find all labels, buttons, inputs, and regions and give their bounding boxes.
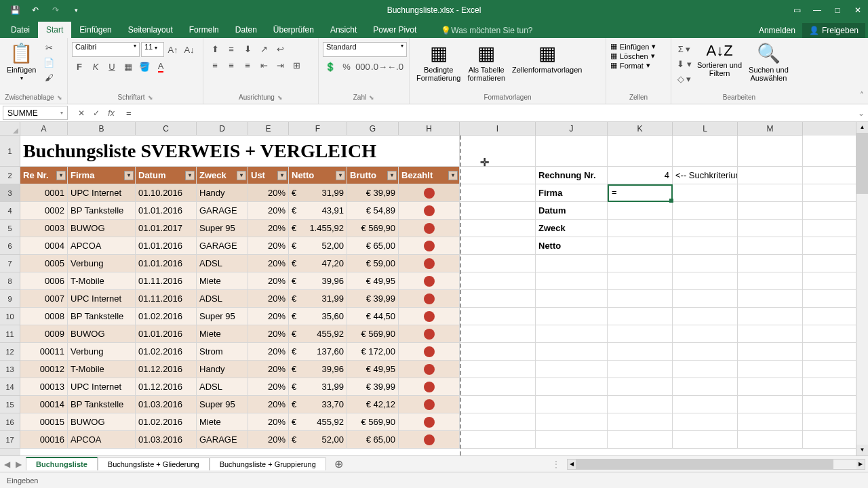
align-top-icon[interactable]: ⬆	[208, 42, 222, 56]
horizontal-scrollbar[interactable]: ◀ ▶	[567, 459, 865, 470]
insert-function-icon[interactable]: fx	[104, 106, 118, 120]
cell[interactable]	[738, 343, 803, 360]
cell-zweck[interactable]: ADSL	[197, 290, 248, 307]
undo-icon[interactable]: ↶	[26, 2, 45, 18]
cell-netto[interactable]: €31,99	[289, 290, 347, 307]
cell-ust[interactable]: 20%	[248, 202, 289, 219]
indent-increase-icon[interactable]: ⇥	[273, 58, 288, 72]
cell-bezahlt[interactable]	[399, 378, 460, 395]
cell[interactable]	[608, 396, 673, 413]
cell-bezahlt[interactable]	[399, 343, 460, 360]
font-launcher-icon[interactable]: ⬊	[148, 94, 153, 101]
cell[interactable]	[608, 202, 673, 219]
clear-icon[interactable]: ◇ ▾	[677, 72, 692, 85]
cell-zweck[interactable]: Handy	[197, 184, 248, 201]
currency-icon[interactable]: 💲	[323, 60, 338, 73]
row-headers[interactable]: 1234567891011121314151617	[0, 136, 20, 455]
cell-zweck[interactable]: GARAGE	[197, 237, 248, 254]
cell[interactable]	[738, 272, 803, 289]
cell[interactable]	[608, 378, 673, 395]
sheet-tab-1[interactable]: Buchungsliste	[26, 457, 98, 470]
row-header-14[interactable]: 14	[0, 378, 20, 396]
cell-bezahlt[interactable]	[399, 361, 460, 378]
row-header-3[interactable]: 3	[0, 184, 20, 202]
lookup-label-3[interactable]: Netto	[536, 237, 608, 254]
cell-ust[interactable]: 20%	[248, 378, 289, 395]
cell-firma[interactable]: BP Tankstelle	[68, 202, 136, 219]
sheet-tab-3[interactable]: Buchungsliste + Gruppierung	[210, 458, 326, 470]
cell[interactable]	[608, 325, 673, 342]
cell-datum[interactable]: 01.10.2016	[136, 184, 197, 201]
cell-firma[interactable]: BP Tankstelle	[68, 396, 136, 413]
font-color-icon[interactable]: A	[153, 60, 168, 73]
increase-decimal-icon[interactable]: .0→	[372, 60, 387, 73]
underline-button[interactable]: U	[104, 60, 119, 73]
scroll-left-icon[interactable]: ◀	[568, 460, 576, 469]
tab-file[interactable]: Datei	[3, 22, 38, 38]
cell[interactable]	[536, 343, 608, 360]
cell[interactable]	[673, 184, 738, 201]
cell-firma[interactable]: T-Mobile	[68, 272, 136, 289]
cell[interactable]	[608, 237, 673, 254]
find-select-button[interactable]: 🔍Suchen und Auswählen	[746, 39, 791, 85]
cell-bezahlt[interactable]	[399, 413, 460, 430]
cut-icon[interactable]: ✂	[41, 41, 56, 54]
conditional-formatting-button[interactable]: ▦Bedingte Formatierung	[414, 39, 463, 85]
cell-datum[interactable]: 01.01.2016	[136, 202, 197, 219]
align-middle-icon[interactable]: ≡	[224, 42, 239, 56]
cell[interactable]	[536, 361, 608, 378]
clipboard-launcher-icon[interactable]: ⬊	[57, 94, 62, 101]
col-header-A[interactable]: A	[20, 122, 68, 136]
col-header-G[interactable]: G	[347, 122, 399, 136]
cell[interactable]	[460, 272, 536, 289]
row-header-17[interactable]: 17	[0, 431, 20, 449]
filter-dropdown-icon[interactable]: ▾	[185, 171, 195, 180]
cell-firma[interactable]: BUWOG	[68, 220, 136, 237]
comma-icon[interactable]: 000	[355, 60, 370, 73]
cell-styles-button[interactable]: ▦Zellenformatvorlagen	[509, 39, 585, 77]
cell-datum[interactable]: 01.12.2016	[136, 378, 197, 395]
col-header-E[interactable]: E	[248, 122, 289, 136]
cell-netto[interactable]: €35,60	[289, 308, 347, 325]
cell[interactable]	[460, 167, 536, 184]
cell-firma[interactable]: UPC Internet	[68, 290, 136, 307]
col-header-H[interactable]: H	[399, 122, 460, 136]
cell-datum[interactable]: 01.02.2016	[136, 343, 197, 360]
cell-brutto[interactable]: € 49,95	[347, 272, 399, 289]
cell-firma[interactable]: BP Tankstelle	[68, 308, 136, 325]
cell[interactable]	[460, 325, 536, 342]
tab-view[interactable]: Ansicht	[322, 22, 365, 38]
cell[interactable]	[738, 290, 803, 307]
number-launcher-icon[interactable]: ⬊	[369, 94, 374, 101]
row-header-12[interactable]: 12	[0, 343, 20, 361]
cell-renr[interactable]: 0008	[20, 308, 68, 325]
vertical-scrollbar[interactable]: ▲ ▼	[856, 122, 868, 455]
cell-netto[interactable]: €52,00	[289, 431, 347, 448]
cell[interactable]	[460, 136, 536, 166]
cell[interactable]	[738, 396, 803, 413]
cell-datum[interactable]: 01.12.2016	[136, 361, 197, 378]
font-name-select[interactable]: Calibri ▾	[72, 42, 140, 57]
cell[interactable]	[608, 343, 673, 360]
cell-zweck[interactable]: Miete	[197, 325, 248, 342]
cell-brutto[interactable]: € 39,99	[347, 184, 399, 201]
row-header-8[interactable]: 8	[0, 272, 20, 290]
col-header-F[interactable]: F	[289, 122, 347, 136]
row-header-13[interactable]: 13	[0, 361, 20, 378]
cell-renr[interactable]: 00012	[20, 361, 68, 378]
cell-brutto[interactable]: € 65,00	[347, 431, 399, 448]
cell-bezahlt[interactable]	[399, 202, 460, 219]
cell[interactable]	[460, 255, 536, 272]
cell-bezahlt[interactable]	[399, 290, 460, 307]
cell-brutto[interactable]: € 569,90	[347, 413, 399, 430]
cell[interactable]	[608, 308, 673, 325]
cell[interactable]	[460, 184, 536, 201]
cell[interactable]	[673, 343, 738, 360]
cell[interactable]	[673, 272, 738, 289]
cell[interactable]	[673, 202, 738, 219]
enter-formula-icon[interactable]: ✓	[90, 106, 103, 120]
qat-customize-icon[interactable]: ▾	[66, 2, 85, 18]
cell[interactable]	[673, 220, 738, 237]
col-header-K[interactable]: K	[608, 122, 673, 136]
cell[interactable]	[460, 237, 536, 254]
